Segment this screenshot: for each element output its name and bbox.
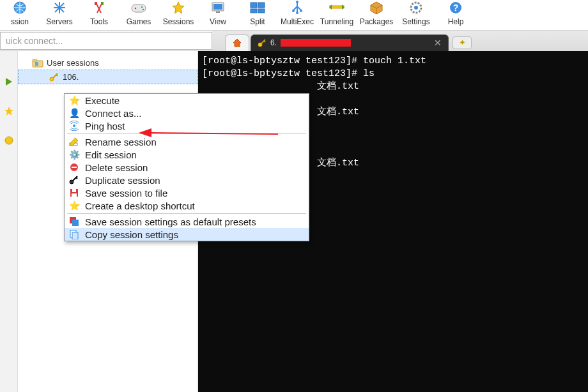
svg-rect-44	[33, 59, 37, 61]
menu-label: Save session settings as default presets	[85, 216, 256, 227]
games-icon	[131, 0, 146, 15]
svg-marker-40	[6, 78, 12, 86]
menu-delete-session[interactable]: Delete session	[65, 161, 309, 174]
quick-connect-placeholder: uick connect...	[6, 36, 63, 46]
tools-icon	[92, 0, 106, 15]
monitor-icon	[211, 0, 225, 15]
svg-line-48	[56, 75, 58, 76]
gear-icon: ⚙️	[68, 149, 80, 160]
toolbar-label: Tools	[90, 17, 108, 26]
toolbar-settings[interactable]: Settings	[396, 0, 436, 26]
packages-icon	[369, 0, 383, 15]
circle-icon[interactable]	[4, 135, 14, 146]
new-tab-button[interactable]: ✦	[453, 36, 472, 49]
toolbar-label: Games	[127, 17, 151, 26]
svg-point-33	[414, 6, 418, 10]
svg-marker-13	[173, 2, 184, 13]
menu-label: Execute	[85, 95, 120, 106]
svg-point-24	[300, 10, 302, 12]
folder-icon	[32, 59, 43, 68]
menu-copy-session-settings[interactable]: Copy session settings	[65, 228, 309, 241]
toolbar-games[interactable]: Games	[119, 0, 159, 26]
terminal-line: [root@ls-bptysztw test123]#	[202, 68, 357, 79]
toolbar-label: Tunneling	[320, 17, 353, 26]
star-icon	[171, 0, 185, 15]
svg-rect-7	[95, 2, 97, 5]
menu-ping-host[interactable]: Ping host	[65, 119, 309, 132]
svg-rect-19	[251, 9, 257, 13]
quick-connect-input[interactable]: uick connect...	[0, 32, 212, 50]
svg-rect-9	[132, 4, 146, 12]
star-small-icon[interactable]	[4, 106, 14, 116]
terminal-cmd: touch 1.txt	[357, 56, 426, 66]
toolbar-split[interactable]: Split	[238, 0, 277, 26]
tree-session-item[interactable]: 106.	[18, 70, 197, 84]
close-icon[interactable]: ✕	[434, 38, 442, 48]
svg-text:?: ?	[453, 3, 459, 13]
menu-save-session-to-file[interactable]: Save session to file	[65, 186, 309, 199]
toolbar-servers[interactable]: Servers	[40, 0, 79, 26]
menu-label: Connect as...	[85, 108, 141, 119]
toolbar-tools[interactable]: Tools	[79, 0, 119, 26]
toolbar-help[interactable]: ? Help	[436, 0, 476, 26]
session-context-menu: ⭐ Execute 👤 Connect as... Ping host Rena…	[64, 93, 309, 241]
settings-icon	[409, 0, 423, 15]
svg-point-12	[143, 9, 144, 10]
svg-rect-63	[72, 232, 78, 239]
home-icon	[232, 38, 242, 48]
terminal-text: 文档.txt	[202, 81, 359, 92]
toolbar-label: Settings	[402, 17, 429, 26]
quick-connect-bar: uick connect... 6. ✕ ✦	[0, 31, 588, 51]
menu-label: Copy session settings	[85, 229, 178, 240]
menu-label: Rename session	[85, 137, 157, 147]
side-strip	[0, 51, 18, 392]
toolbar-session[interactable]: ssion	[0, 0, 40, 26]
star-icon: ⭐	[68, 94, 80, 106]
menu-label: Delete session	[85, 162, 148, 173]
toolbar-label: ssion	[11, 17, 29, 26]
toolbar-label: Servers	[46, 17, 72, 26]
svg-line-39	[264, 41, 265, 42]
svg-marker-26	[342, 4, 344, 10]
help-icon: ?	[449, 0, 463, 15]
svg-point-42	[5, 137, 13, 144]
toolbar-tunneling[interactable]: Tunneling	[317, 0, 357, 26]
menu-rename-session[interactable]: Rename session	[65, 135, 309, 148]
tree-root-label: User sessions	[47, 58, 99, 68]
tab-session-active[interactable]: 6. ✕	[251, 34, 449, 51]
menu-duplicate-session[interactable]: Duplicate session	[65, 174, 309, 186]
svg-rect-17	[251, 3, 257, 8]
toolbar-sessions[interactable]: Sessions	[159, 0, 198, 26]
terminal-cmd: ls	[357, 68, 375, 79]
arrow-icon[interactable]	[4, 77, 13, 87]
menu-create-shortcut[interactable]: ⭐ Create a desktop shortcut	[65, 199, 309, 212]
menu-label: Duplicate session	[85, 175, 160, 186]
tree-root-user-sessions[interactable]: User sessions	[18, 56, 197, 70]
toolbar-label: Split	[250, 17, 265, 26]
svg-rect-15	[213, 4, 222, 10]
menu-edit-session[interactable]: ⚙️ Edit session	[65, 148, 309, 161]
menu-separator	[67, 213, 306, 214]
svg-rect-16	[216, 11, 220, 13]
toolbar-packages[interactable]: Packages	[357, 0, 396, 26]
multiexec-icon	[290, 0, 304, 15]
toolbar-label: View	[210, 17, 226, 26]
toolbar-label: Help	[448, 17, 464, 26]
menu-execute[interactable]: ⭐ Execute	[65, 94, 309, 107]
menu-connect-as[interactable]: 👤 Connect as...	[65, 107, 309, 119]
menu-label: Edit session	[85, 149, 137, 160]
menu-save-default-presets[interactable]: Save session settings as default presets	[65, 215, 309, 228]
tab-home[interactable]	[225, 34, 249, 51]
menu-label: Create a desktop shortcut	[85, 200, 195, 211]
save-presets-icon	[68, 216, 80, 227]
svg-marker-27	[329, 4, 332, 10]
toolbar-multiexec[interactable]: MultiExec	[277, 0, 317, 26]
toolbar-view[interactable]: View	[198, 0, 238, 26]
svg-rect-8	[101, 2, 104, 5]
copy-icon	[68, 229, 80, 240]
main-toolbar: ssion Servers Tools Games Sessions View	[0, 0, 588, 31]
svg-rect-59	[72, 193, 77, 197]
toolbar-label: Sessions	[163, 17, 194, 26]
menu-label: Ping host	[85, 121, 125, 132]
globe-icon	[13, 0, 27, 15]
